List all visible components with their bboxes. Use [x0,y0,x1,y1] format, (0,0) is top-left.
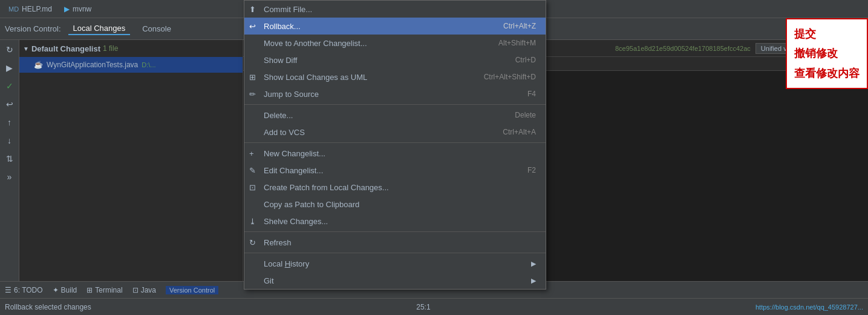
patch-icon: ⊡ [249,183,256,192]
tab-help-md-label: HELP.md [22,5,52,13]
mvnw-icon: ▶ [64,5,70,13]
menu-move-to[interactable]: Move to Another Changelist... Alt+Shift+… [244,35,546,51]
upload-icon[interactable]: ↑ [2,115,17,130]
menu-show-diff[interactable]: Show Diff Ctrl+D [244,51,546,68]
shelve-icon: ⤓ [249,217,256,226]
menu-show-uml-label: Show Local Changes as UML [264,73,367,82]
edit-shortcut: F2 [527,166,536,174]
changelist-header[interactable]: ▼ Default Changelist 1 file [19,40,243,57]
vc-label: Version Control: [5,24,61,33]
menu-show-uml[interactable]: ⊞ Show Local Changes as UML Ctrl+Alt+Shi… [244,68,546,85]
rollback-status-text: Rollback selected changes [5,303,91,311]
delete-shortcut: Delete [515,111,536,119]
java-file-icon: ☕ [34,61,43,69]
show-uml-shortcut: Ctrl+Alt+Shift+D [484,73,536,81]
ann-line-2: 撤销修改 [794,44,860,63]
version-control-label: Version Control [169,287,215,294]
menu-add-vcs[interactable]: Add to VCS Ctrl+Alt+A [244,124,546,141]
menu-delete[interactable]: Delete... Delete [244,107,546,124]
md-icon: MD [8,5,19,13]
jump-icon: ✏ [249,90,256,99]
annotation-box: 提交 撤销修改 查看修改内容 [786,18,868,89]
menu-refresh-label: Refresh [264,238,292,247]
tab-console[interactable]: Console [137,23,176,35]
menu-delete-label: Delete... [264,111,293,120]
tab-mvnw[interactable]: ▶ mvnw [58,0,97,18]
changelist-count: 1 file [103,44,118,53]
menu-edit-changelist[interactable]: ✎ Edit Changelist... F2 [244,162,546,179]
status-position: 25:1 [416,303,430,311]
context-menu: ⬆ Commit File... ↩ Rollback... Ctrl+Alt+… [244,0,546,290]
refresh-icon[interactable]: ↻ [2,42,17,57]
menu-show-diff-label: Show Diff [264,56,297,65]
separator-1 [244,104,546,105]
status-java-label: Java [141,286,156,294]
commit-icon: ⬆ [249,5,256,14]
status-bar: Rollback selected changes 25:1 https://b… [0,298,868,315]
new-icon: + [249,149,254,158]
file-item[interactable]: ☕ WynGitApplicationTests.java D:\... [19,57,243,73]
menu-jump-to-source[interactable]: ✏ Jump to Source F4 [244,85,546,102]
separator-3 [244,231,546,232]
merge-icon[interactable]: ⇅ [2,151,17,166]
menu-copy-patch[interactable]: Copy as Patch to Clipboard [244,196,546,213]
uml-icon: ⊞ [249,73,256,82]
status-todo-icon: ☰ [5,286,11,294]
undo-icon[interactable]: ↩ [2,97,17,111]
add-vcs-shortcut: Ctrl+Alt+A [503,128,536,136]
status-todo[interactable]: ☰ 6: TODO [5,286,43,294]
menu-create-patch[interactable]: ⊡ Create Patch from Local Changes... [244,179,546,196]
changelist-arrow: ▼ [23,45,29,52]
menu-jump-label: Jump to Source [264,90,319,99]
tab-local-changes[interactable]: Local Changes [68,22,131,35]
status-todo-label: 6: TODO [14,286,43,294]
menu-git-label: Git [264,276,274,285]
triangle-icon[interactable]: ▶ [2,61,17,75]
status-java[interactable]: ⊡ Java [132,286,156,294]
ann-line-3: 查看修改内容 [794,64,860,83]
status-terminal-label: Terminal [95,286,122,294]
tab-help-md[interactable]: MD HELP.md [2,0,58,18]
changelist-name: Default Changelist [31,44,100,53]
download-icon[interactable]: ↓ [2,133,17,148]
menu-shelve-label: Shelve Changes... [264,217,328,226]
status-build-label: Build [61,286,77,294]
menu-add-vcs-label: Add to VCS [264,128,305,137]
local-history-arrow: ▶ [531,260,536,268]
menu-git[interactable]: Git ▶ [244,272,546,289]
version-control-badge[interactable]: Version Control [166,286,218,294]
file-panel: ▼ Default Changelist 1 file ☕ WynGitAppl… [19,40,243,281]
check-icon[interactable]: ✓ [2,79,17,93]
menu-commit-file[interactable]: ⬆ Commit File... [244,1,546,18]
jump-shortcut: F4 [527,90,536,98]
git-arrow: ▶ [531,277,536,285]
ann-line-1: 提交 [794,24,860,44]
commit-hash: 8ce95a1e8d21e59d00524fe1708185efcc42ac [615,45,751,52]
show-diff-shortcut: Ctrl+D [515,56,536,64]
menu-shelve[interactable]: ⤓ Shelve Changes... [244,213,546,230]
menu-local-history[interactable]: Local History ▶ [244,255,546,272]
edit-icon: ✎ [249,166,256,175]
menu-local-history-label: Local History [264,259,309,268]
menu-rollback-label: Rollback... [264,22,301,31]
menu-new-changelist-label: New Changelist... [264,149,325,158]
position-text: 25:1 [416,303,430,311]
status-terminal[interactable]: ⊞ Terminal [86,286,122,294]
refresh-menu-icon: ↻ [249,238,256,247]
menu-commit-label: Commit File... [264,5,312,14]
menu-new-changelist[interactable]: + New Changelist... [244,145,546,162]
move-to-shortcut: Alt+Shift+M [498,39,536,47]
file-path: D:\... [142,61,155,68]
menu-move-label: Move to Another Changelist... [264,39,367,48]
sidebar: ↻ ▶ ✓ ↩ ↑ ↓ ⇅ » [0,40,19,281]
status-build[interactable]: ✦ Build [53,286,77,294]
menu-refresh[interactable]: ↻ Refresh [244,234,546,251]
menu-edit-changelist-label: Edit Changelist... [264,166,323,175]
rollback-icon: ↩ [249,22,256,31]
menu-create-patch-label: Create Patch from Local Changes... [264,183,389,192]
separator-4 [244,253,546,253]
blog-url: https://blog.csdn.net/qq_45928727... [755,303,863,311]
more-icon[interactable]: » [2,170,17,184]
java-icon: ⊡ [132,286,139,294]
menu-rollback[interactable]: ↩ Rollback... Ctrl+Alt+Z [244,18,546,35]
